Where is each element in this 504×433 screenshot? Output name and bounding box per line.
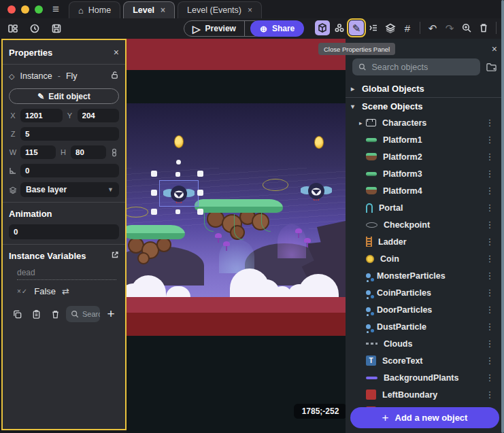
rotate-handle[interactable] (176, 160, 181, 164)
resize-handle[interactable] (197, 190, 203, 196)
x-input[interactable] (20, 109, 63, 122)
resize-handle[interactable] (151, 209, 157, 215)
object-menu-icon[interactable]: ⋮ (480, 288, 499, 298)
scrollbar[interactable] (501, 0, 504, 433)
object-list-item[interactable]: ▸ Clouds ⋮ (346, 335, 499, 352)
variables-search-input[interactable] (66, 306, 100, 322)
close-tab-icon[interactable]: × (248, 5, 252, 15)
object-list-item[interactable]: ▸ LeftBoundary ⋮ (346, 386, 499, 403)
resize-handle[interactable] (175, 209, 180, 214)
unlock-icon[interactable] (110, 71, 119, 82)
height-input[interactable] (71, 145, 106, 159)
resize-handle[interactable] (175, 172, 180, 177)
maximize-window-button[interactable] (35, 5, 43, 14)
object-groups-icon[interactable] (332, 20, 347, 35)
resize-handle[interactable] (151, 171, 157, 177)
save-icon[interactable] (49, 21, 64, 36)
object-menu-icon[interactable]: ⋮ (480, 322, 499, 332)
scene-objects-section[interactable]: ▾ Scene Objects (346, 99, 499, 114)
scene-canvas[interactable]: 1785;-252 (127, 39, 346, 433)
top-boundary-object[interactable] (127, 39, 346, 70)
platform-island[interactable] (127, 225, 185, 267)
fly-instance-selected[interactable] (163, 184, 195, 203)
tab-home[interactable]: ⌂ Home (69, 1, 120, 18)
background-mushroom[interactable] (295, 228, 302, 238)
ground-boundary-object[interactable] (127, 297, 346, 313)
y-input[interactable] (78, 109, 120, 122)
object-menu-icon[interactable]: ⋮ (480, 118, 499, 128)
close-properties-icon[interactable]: × (114, 47, 119, 58)
variable-name[interactable]: dead (17, 268, 116, 280)
instances-list-icon[interactable] (366, 20, 381, 35)
variable-value[interactable]: False (34, 286, 56, 296)
object-list-item[interactable]: ▸ CoinParticles ⋮ (346, 284, 499, 301)
copy-icon[interactable] (9, 306, 25, 322)
object-menu-icon[interactable]: ⋮ (480, 237, 499, 247)
share-button[interactable]: ⊕ Share (250, 20, 304, 37)
resize-handle[interactable] (151, 190, 157, 196)
object-list-item[interactable]: ▸ Platform4 ⋮ (346, 182, 499, 199)
object-menu-icon[interactable]: ⋮ (480, 220, 499, 230)
object-menu-icon[interactable]: ⋮ (480, 271, 499, 281)
object-list-item[interactable]: ▸ ScoreText ⋮ (346, 352, 499, 369)
undo-icon[interactable]: ↶ (425, 20, 440, 35)
edit-object-button[interactable]: ✎ Edit object (9, 88, 119, 104)
object-menu-icon[interactable]: ⋮ (480, 135, 499, 145)
object-menu-icon[interactable]: ⋮ (480, 373, 499, 383)
trash-icon[interactable] (47, 306, 63, 322)
object-menu-icon[interactable]: ⋮ (480, 186, 499, 196)
toggle-boolean-icon[interactable]: ⇄ (62, 286, 69, 296)
variables-search-field[interactable] (82, 310, 100, 318)
object-list-item[interactable]: ▸ Platform2 ⋮ (346, 148, 499, 165)
layers-icon[interactable] (383, 20, 398, 35)
object-list-item[interactable]: ▸ DoorParticles ⋮ (346, 301, 499, 318)
main-menu-icon[interactable]: ≡ (52, 3, 59, 16)
add-variable-icon[interactable]: + (103, 306, 119, 322)
redo-icon[interactable]: ↷ (442, 20, 457, 35)
toggle-panels-icon[interactable] (5, 21, 20, 36)
zoom-in-icon[interactable] (459, 20, 474, 35)
properties-panel-icon[interactable]: ✎ (349, 20, 364, 35)
object-list-item[interactable]: ▸ MonsterParticles ⋮ (346, 267, 499, 284)
fly-instance[interactable] (301, 181, 332, 201)
object-list-item[interactable]: ▸ DustParticle ⋮ (346, 318, 499, 335)
resize-handle[interactable] (197, 171, 203, 177)
object-list-item[interactable]: ▸ Portal ⋮ (346, 199, 499, 216)
object-menu-icon[interactable]: ⋮ (480, 254, 499, 264)
close-window-button[interactable] (7, 5, 16, 14)
lock-aspect-ratio-icon[interactable] (110, 148, 119, 157)
object-list-item[interactable]: ▸ Ladder ⋮ (346, 233, 499, 250)
animation-input[interactable] (9, 224, 119, 239)
object-list-item[interactable]: ▸ BackgroundPlants ⋮ (346, 369, 499, 386)
z-input[interactable] (20, 127, 119, 141)
object-menu-icon[interactable]: ⋮ (480, 203, 499, 213)
minimize-window-button[interactable] (21, 5, 29, 14)
object-list-item[interactable]: ▸ Platform1 ⋮ (346, 131, 499, 148)
grid-icon[interactable]: # (400, 20, 415, 35)
paste-icon[interactable] (28, 306, 44, 322)
global-objects-section[interactable]: ▸ Global Objects (346, 81, 499, 96)
object-menu-icon[interactable]: ⋮ (480, 152, 499, 162)
object-list-item[interactable]: ▸ Coin ⋮ (346, 250, 499, 267)
delete-icon[interactable] (476, 20, 491, 35)
object-menu-icon[interactable]: ⋮ (480, 339, 499, 349)
objects-panel-icon[interactable] (315, 20, 330, 35)
object-list-item[interactable]: ▸ Checkpoint ⋮ (346, 216, 499, 233)
angle-input[interactable] (20, 164, 119, 177)
objects-search-input[interactable] (372, 63, 474, 72)
object-menu-icon[interactable]: ⋮ (480, 169, 499, 179)
objects-search[interactable] (352, 58, 480, 75)
object-menu-icon[interactable]: ⋮ (480, 389, 499, 400)
close-objects-panel-icon[interactable]: × (492, 44, 497, 54)
background-mushroom[interactable] (304, 238, 311, 247)
open-variables-icon[interactable] (111, 251, 119, 261)
close-tab-icon[interactable]: × (161, 5, 165, 15)
coin-object[interactable] (314, 136, 324, 149)
ground-boundary-object[interactable] (127, 313, 346, 336)
checkpoint-wireframe[interactable] (263, 179, 288, 191)
add-new-object-button[interactable]: + Add a new object (350, 407, 499, 428)
platform-island[interactable] (195, 199, 283, 247)
object-menu-icon[interactable]: ⋮ (480, 356, 499, 366)
layer-select[interactable]: Base layer ▼ (20, 182, 119, 197)
object-list-item[interactable]: ▸ Characters ⋮ (346, 114, 499, 131)
